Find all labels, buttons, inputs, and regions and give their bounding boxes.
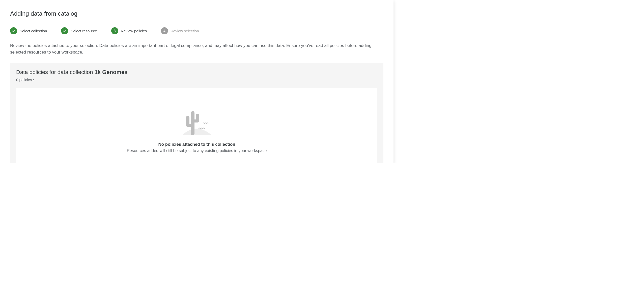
empty-state: No policies attached to this collection … [16, 88, 377, 163]
step-circle-3: 3 [111, 27, 118, 34]
panel-title: Data policies for data collection 1k Gen… [16, 69, 377, 76]
check-icon [12, 29, 16, 33]
stepper: Select collection Select resource 3 Revi… [10, 27, 383, 34]
step-connector [150, 31, 157, 31]
step-label-4: Review selection [171, 29, 199, 33]
step-connector [101, 31, 108, 31]
step-connector [50, 31, 58, 31]
step-circle-2 [61, 27, 68, 34]
policies-panel: Data policies for data collection 1k Gen… [10, 63, 383, 163]
step-select-collection[interactable]: Select collection [10, 27, 47, 34]
empty-state-title: No policies attached to this collection [21, 142, 372, 147]
panel-subtitle: 0 policies • [16, 78, 377, 82]
svg-rect-0 [191, 111, 194, 135]
step-review-selection[interactable]: 4 Review selection [161, 27, 199, 34]
step-review-policies[interactable]: 3 Review policies [111, 27, 147, 34]
step-label-3: Review policies [121, 29, 147, 33]
step-circle-1 [10, 27, 17, 34]
check-icon [63, 29, 67, 33]
step-circle-4: 4 [161, 27, 168, 34]
empty-state-subtitle: Resources added will still be subject to… [21, 149, 372, 153]
step-label-2: Select resource [71, 29, 97, 33]
step-select-resource[interactable]: Select resource [61, 27, 97, 34]
step-label-1: Select collection [20, 29, 47, 33]
description-text: Review the policies attached to your sel… [10, 42, 383, 56]
empty-illustration-cactus-icon [21, 108, 372, 136]
collection-name: 1k Genomes [95, 69, 128, 75]
panel-title-prefix: Data policies for data collection [16, 69, 95, 75]
step-number-3: 3 [114, 29, 116, 33]
page-title: Adding data from catalog [10, 10, 383, 17]
step-number-4: 4 [163, 29, 165, 33]
main-container: Adding data from catalog Select collecti… [0, 0, 394, 163]
